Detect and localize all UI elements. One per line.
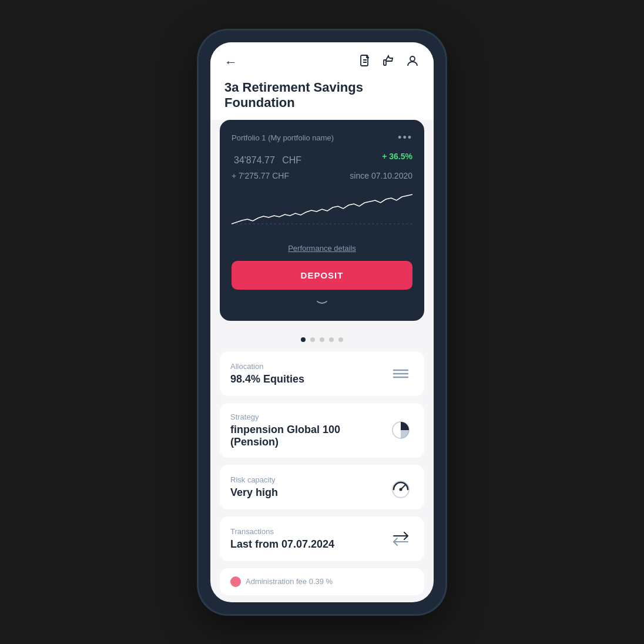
arrows-icon (388, 526, 414, 552)
portfolio-amount: 34'874.77 CHF (232, 147, 301, 167)
dot-4[interactable] (329, 337, 334, 342)
thumbs-up-icon[interactable] (382, 54, 396, 71)
carousel-dots (210, 330, 434, 347)
svg-point-4 (410, 56, 415, 61)
dot-5[interactable] (338, 337, 343, 342)
phone-frame: ← (199, 31, 445, 614)
risk-capacity-value: Very high (230, 487, 278, 499)
portfolio-card: Portfolio 1 (My portfolio name) ••• 34'8… (220, 120, 424, 321)
strategy-value: finpension Global 100 (Pension) (230, 424, 388, 448)
chart-area (232, 190, 412, 237)
dot-2[interactable] (310, 337, 315, 342)
document-icon[interactable] (358, 54, 373, 71)
administration-fee-text: Administration fee 0.39 % (246, 577, 333, 586)
dot-3[interactable] (320, 337, 324, 342)
strategy-card[interactable]: Strategy finpension Global 100 (Pension) (220, 403, 424, 458)
allocation-value: 98.4% Equities (230, 373, 304, 385)
risk-capacity-label: Risk capacity (230, 475, 278, 484)
user-icon[interactable] (405, 54, 420, 71)
risk-capacity-card[interactable]: Risk capacity Very high (220, 465, 424, 509)
allocation-label: Allocation (230, 362, 304, 371)
percent-change: + 36.5% (382, 147, 412, 163)
header-icons (358, 54, 420, 71)
svg-point-12 (400, 488, 402, 491)
chevron-down-icon (232, 297, 412, 309)
svg-rect-3 (384, 60, 386, 65)
speedometer-icon (388, 474, 414, 500)
transactions-label: Transactions (230, 527, 334, 536)
menu-lines-icon (388, 361, 414, 387)
pie-chart-icon (388, 417, 414, 443)
phone-screen: ← (210, 42, 434, 602)
back-button[interactable]: ← (224, 55, 237, 70)
portfolio-gain-row: + 7'275.77 CHF since 07.10.2020 (232, 171, 412, 180)
fee-icon (230, 576, 241, 587)
administration-fee-card[interactable]: Administration fee 0.39 % (220, 568, 424, 595)
allocation-card[interactable]: Allocation 98.4% Equities (220, 351, 424, 396)
portfolio-label: Portfolio 1 (My portfolio name) ••• (232, 132, 412, 144)
strategy-label: Strategy (230, 412, 388, 421)
dot-1[interactable] (301, 337, 306, 342)
page-title: 3a Retirement Savings Foundation (210, 80, 434, 120)
header: ← (210, 42, 434, 80)
performance-link[interactable]: Performance details (232, 244, 412, 253)
transactions-card[interactable]: Transactions Last from 07.07.2024 (220, 516, 424, 561)
deposit-button[interactable]: DEPOSIT (232, 261, 412, 290)
portfolio-menu[interactable]: ••• (398, 132, 412, 144)
transactions-value: Last from 07.07.2024 (230, 538, 334, 551)
